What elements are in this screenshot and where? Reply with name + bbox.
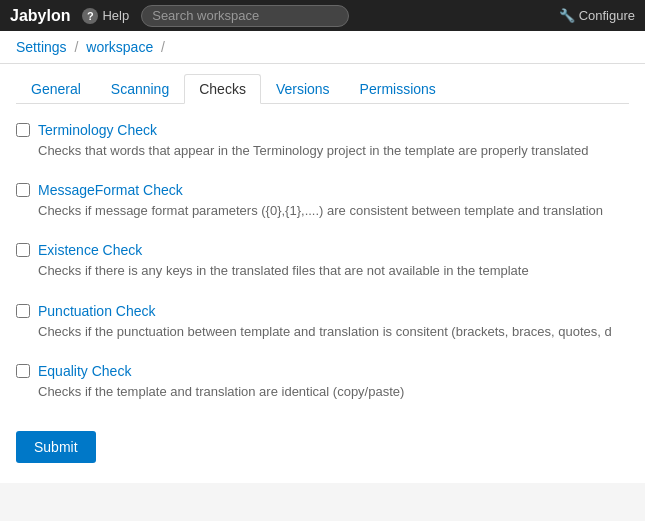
check-item-equality: Equality Check Checks if the template an…	[16, 363, 629, 401]
check-label-equality: Equality Check	[38, 363, 131, 379]
check-desc-equality: Checks if the template and translation a…	[16, 383, 629, 401]
check-title-equality: Equality Check	[16, 363, 629, 379]
tabs-bar: General Scanning Checks Versions Permiss…	[16, 64, 629, 104]
check-label-messageformat: MessageFormat Check	[38, 182, 183, 198]
tab-permissions[interactable]: Permissions	[345, 74, 451, 104]
configure-label: Configure	[579, 8, 635, 23]
check-desc-terminology: Checks that words that appear in the Ter…	[16, 142, 629, 160]
checks-list: Terminology Check Checks that words that…	[16, 122, 629, 401]
check-label-existence: Existence Check	[38, 242, 142, 258]
check-checkbox-terminology[interactable]	[16, 123, 30, 137]
breadcrumb-sep2: /	[161, 39, 165, 55]
check-label-punctuation: Punctuation Check	[38, 303, 156, 319]
help-link[interactable]: ? Help	[82, 8, 129, 24]
submit-button[interactable]: Submit	[16, 431, 96, 463]
breadcrumb-sep1: /	[74, 39, 78, 55]
check-item-punctuation: Punctuation Check Checks if the punctuat…	[16, 303, 629, 341]
topbar: Jabylon ? Help 🔧 Configure	[0, 0, 645, 31]
check-checkbox-existence[interactable]	[16, 243, 30, 257]
check-item-messageformat: MessageFormat Check Checks if message fo…	[16, 182, 629, 220]
main-content: General Scanning Checks Versions Permiss…	[0, 64, 645, 483]
check-title-punctuation: Punctuation Check	[16, 303, 629, 319]
check-desc-punctuation: Checks if the punctuation between templa…	[16, 323, 629, 341]
check-checkbox-equality[interactable]	[16, 364, 30, 378]
search-input[interactable]	[141, 5, 349, 27]
brand-logo[interactable]: Jabylon	[10, 7, 70, 25]
check-desc-messageformat: Checks if message format parameters ({0}…	[16, 202, 629, 220]
check-title-messageformat: MessageFormat Check	[16, 182, 629, 198]
check-item-terminology: Terminology Check Checks that words that…	[16, 122, 629, 160]
tab-general[interactable]: General	[16, 74, 96, 104]
check-desc-existence: Checks if there is any keys in the trans…	[16, 262, 629, 280]
wrench-icon: 🔧	[559, 8, 575, 23]
check-title-existence: Existence Check	[16, 242, 629, 258]
check-title-terminology: Terminology Check	[16, 122, 629, 138]
check-label-terminology: Terminology Check	[38, 122, 157, 138]
tab-scanning[interactable]: Scanning	[96, 74, 184, 104]
breadcrumb: Settings / workspace /	[0, 31, 645, 64]
help-label: Help	[102, 8, 129, 23]
check-item-existence: Existence Check Checks if there is any k…	[16, 242, 629, 280]
help-circle-icon: ?	[82, 8, 98, 24]
check-checkbox-punctuation[interactable]	[16, 304, 30, 318]
check-checkbox-messageformat[interactable]	[16, 183, 30, 197]
tab-checks[interactable]: Checks	[184, 74, 261, 104]
tab-versions[interactable]: Versions	[261, 74, 345, 104]
breadcrumb-settings-link[interactable]: Settings	[16, 39, 67, 55]
breadcrumb-workspace-link[interactable]: workspace	[86, 39, 153, 55]
configure-link[interactable]: 🔧 Configure	[559, 8, 635, 23]
